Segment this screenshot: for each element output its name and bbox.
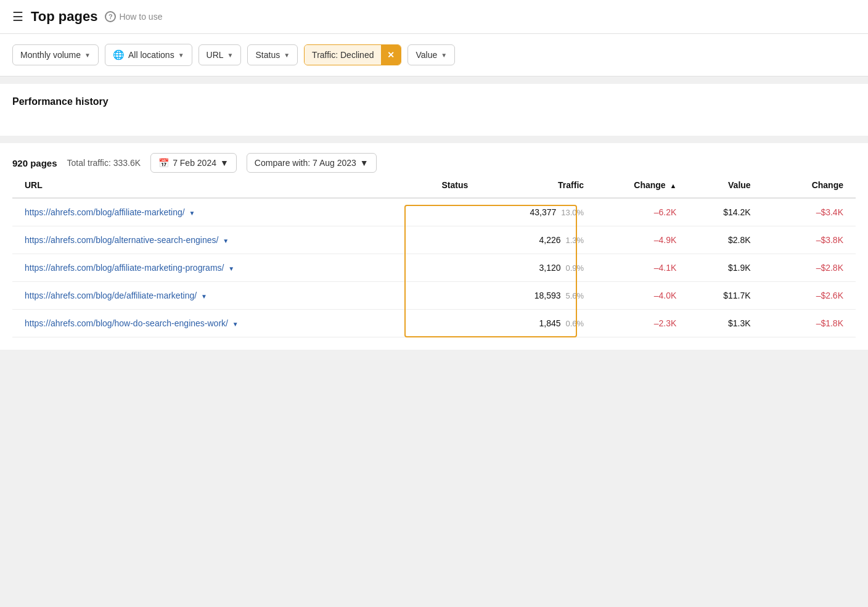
pages-count: 920 pages xyxy=(12,158,57,168)
help-icon: ? xyxy=(105,11,116,22)
change-cell: –6.2K xyxy=(596,198,689,226)
performance-title: Performance history xyxy=(12,96,856,107)
traffic-pct: 13.0% xyxy=(561,208,584,217)
change2-cell: –$3.4K xyxy=(763,198,856,226)
url-cell: https://ahrefs.com/blog/de/affiliate-mar… xyxy=(12,282,429,310)
value-cell: $1.3K xyxy=(689,310,763,337)
compare-button[interactable]: Compare with: 7 Aug 2023 ▼ xyxy=(247,153,377,173)
status-label: Status xyxy=(255,50,280,60)
date-label: 7 Feb 2024 xyxy=(173,158,216,168)
change2-cell: –$2.8K xyxy=(763,254,856,282)
help-link[interactable]: ? How to use xyxy=(105,11,162,22)
status-column-header: Status xyxy=(429,173,503,198)
change2-cell: –$3.8K xyxy=(763,226,856,254)
help-label: How to use xyxy=(119,12,162,22)
status-cell xyxy=(429,282,503,310)
traffic-cell: 43,377 13.0% xyxy=(504,198,596,226)
url-link[interactable]: https://ahrefs.com/blog/affiliate-market… xyxy=(25,207,185,217)
chevron-down-icon: ▼ xyxy=(221,237,229,244)
filter-bar: Monthly volume ▼ 🌐 All locations ▼ URL ▼… xyxy=(0,34,868,76)
menu-icon[interactable]: ☰ xyxy=(12,9,23,24)
table-row: https://ahrefs.com/blog/affiliate-market… xyxy=(12,254,856,282)
traffic-cell: 18,593 5.6% xyxy=(504,282,596,310)
data-table: URL Status Traffic Change ▲ Value Change… xyxy=(12,173,856,337)
chevron-down-icon: ▼ xyxy=(284,52,290,59)
monthly-volume-label: Monthly volume xyxy=(20,50,81,60)
chevron-down-icon: ▼ xyxy=(227,52,234,59)
traffic-pct: 5.6% xyxy=(565,291,584,300)
url-cell: https://ahrefs.com/blog/affiliate-market… xyxy=(12,254,429,282)
globe-icon: 🌐 xyxy=(113,49,125,60)
traffic-cell: 1,845 0.6% xyxy=(504,310,596,337)
total-traffic: Total traffic: 333.6K xyxy=(67,158,141,168)
value-cell: $11.7K xyxy=(689,282,763,310)
value-filter[interactable]: Value ▼ xyxy=(407,44,455,65)
chevron-down-icon: ▼ xyxy=(231,321,239,328)
change-cell: –4.9K xyxy=(596,226,689,254)
traffic-pct: 0.9% xyxy=(565,263,584,273)
status-cell xyxy=(429,226,503,254)
value-label: Value xyxy=(416,50,437,60)
all-locations-filter[interactable]: 🌐 All locations ▼ xyxy=(105,44,192,66)
date-picker-button[interactable]: 📅 7 Feb 2024 ▼ xyxy=(150,153,237,173)
status-cell xyxy=(429,198,503,226)
url-column-header: URL xyxy=(12,173,429,198)
change2-column-header: Change xyxy=(763,173,856,198)
chevron-down-icon: ▼ xyxy=(360,158,369,168)
compare-label: Compare with: 7 Aug 2023 xyxy=(255,158,356,168)
url-label: URL xyxy=(207,50,224,60)
monthly-volume-filter[interactable]: Monthly volume ▼ xyxy=(12,44,99,65)
performance-section: Performance history xyxy=(0,84,868,136)
change-cell: –2.3K xyxy=(596,310,689,337)
status-filter[interactable]: Status ▼ xyxy=(247,44,298,65)
close-icon[interactable]: ✕ xyxy=(381,45,401,65)
table-header-row: URL Status Traffic Change ▲ Value Change xyxy=(12,173,856,198)
traffic-cell: 3,120 0.9% xyxy=(504,254,596,282)
url-link[interactable]: https://ahrefs.com/blog/affiliate-market… xyxy=(25,263,224,273)
chevron-down-icon: ▼ xyxy=(84,52,91,59)
chevron-down-icon: ▼ xyxy=(178,52,184,59)
change-column-header[interactable]: Change ▲ xyxy=(596,173,689,198)
change-cell: –4.1K xyxy=(596,254,689,282)
table-row: https://ahrefs.com/blog/de/affiliate-mar… xyxy=(12,282,856,310)
value-column-header: Value xyxy=(689,173,763,198)
status-cell xyxy=(429,254,503,282)
table-row: https://ahrefs.com/blog/how-do-search-en… xyxy=(12,310,856,337)
traffic-pct: 1.3% xyxy=(565,236,584,245)
chevron-down-icon: ▼ xyxy=(199,293,207,300)
traffic-pct: 0.6% xyxy=(565,319,584,328)
url-link[interactable]: https://ahrefs.com/blog/alternative-sear… xyxy=(25,235,218,245)
change2-cell: –$1.8K xyxy=(763,310,856,337)
value-cell: $14.2K xyxy=(689,198,763,226)
all-locations-label: All locations xyxy=(128,50,174,60)
chevron-down-icon: ▼ xyxy=(441,52,447,59)
url-filter[interactable]: URL ▼ xyxy=(199,44,242,65)
traffic-column-header[interactable]: Traffic xyxy=(504,173,596,198)
chevron-down-icon: ▼ xyxy=(220,158,229,168)
table-row: https://ahrefs.com/blog/affiliate-market… xyxy=(12,198,856,226)
url-cell: https://ahrefs.com/blog/affiliate-market… xyxy=(12,198,429,226)
change2-cell: –$2.6K xyxy=(763,282,856,310)
page-title: Top pages xyxy=(31,9,97,25)
table-row: https://ahrefs.com/blog/alternative-sear… xyxy=(12,226,856,254)
table-controls: 920 pages Total traffic: 333.6K 📅 7 Feb … xyxy=(0,143,868,173)
chevron-down-icon: ▼ xyxy=(187,210,195,217)
table-wrapper: URL Status Traffic Change ▲ Value Change… xyxy=(0,173,868,350)
sort-arrow-icon: ▲ xyxy=(670,182,677,189)
app-header: ☰ Top pages ? How to use xyxy=(0,0,868,34)
status-cell xyxy=(429,310,503,337)
traffic-declined-filter: Traffic: Declined ✕ xyxy=(304,44,401,65)
chevron-down-icon: ▼ xyxy=(226,265,234,272)
change-cell: –4.0K xyxy=(596,282,689,310)
url-link[interactable]: https://ahrefs.com/blog/how-do-search-en… xyxy=(25,318,228,328)
traffic-cell: 4,226 1.3% xyxy=(504,226,596,254)
url-link[interactable]: https://ahrefs.com/blog/de/affiliate-mar… xyxy=(25,291,197,300)
url-cell: https://ahrefs.com/blog/how-do-search-en… xyxy=(12,310,429,337)
value-cell: $2.8K xyxy=(689,226,763,254)
calendar-icon: 📅 xyxy=(158,158,169,168)
traffic-filter-label[interactable]: Traffic: Declined xyxy=(305,45,381,65)
url-cell: https://ahrefs.com/blog/alternative-sear… xyxy=(12,226,429,254)
value-cell: $1.9K xyxy=(689,254,763,282)
